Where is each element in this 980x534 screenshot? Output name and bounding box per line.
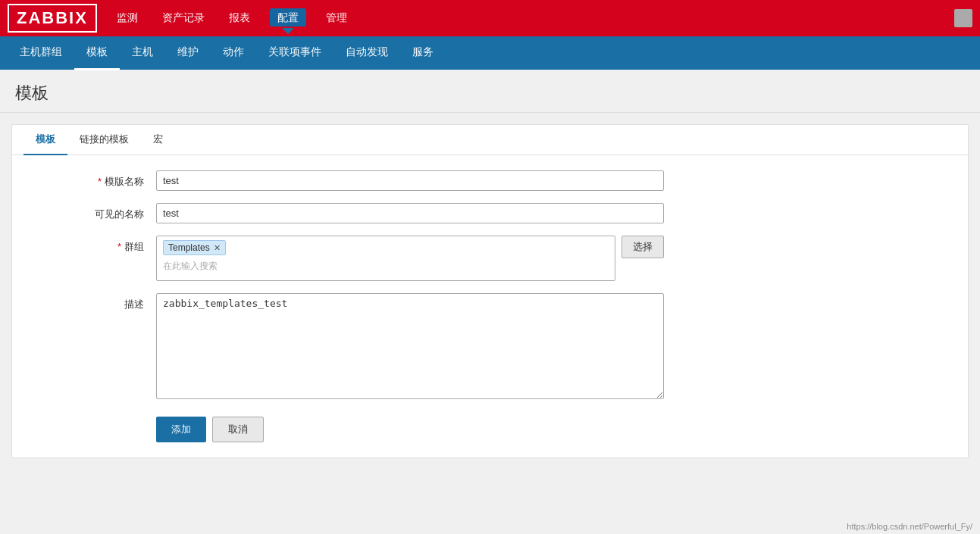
- card-tabs: 模板 链接的模板 宏: [12, 125, 968, 155]
- nav-item-admin[interactable]: 管理: [321, 11, 352, 25]
- visible-name-row: 可见的名称: [35, 203, 945, 223]
- cancel-button[interactable]: 取消: [212, 417, 264, 442]
- group-search-placeholder: 在此输入搜索: [163, 260, 609, 273]
- form-actions: 添加 取消: [35, 417, 945, 442]
- add-button[interactable]: 添加: [156, 417, 206, 442]
- group-field-wrapper: Templates ✕ 在此输入搜索 选择: [156, 236, 664, 281]
- description-label: 描述: [35, 293, 156, 311]
- user-avatar[interactable]: [954, 9, 972, 27]
- visible-name-label: 可见的名称: [35, 203, 156, 221]
- nav-item-reports[interactable]: 报表: [224, 11, 255, 25]
- subnav-correlations[interactable]: 关联项事件: [256, 36, 333, 70]
- description-row: 描述 zabbix_templates_test: [35, 293, 945, 401]
- group-tag-close[interactable]: ✕: [214, 243, 221, 253]
- top-navbar: ZABBIX 监测 资产记录 报表 配置 管理: [0, 0, 980, 36]
- subnav-actions[interactable]: 动作: [211, 36, 256, 70]
- form-body: *模版名称 可见的名称 *群组: [12, 155, 968, 457]
- template-name-input[interactable]: [156, 170, 664, 191]
- page-content: 模板 模板 链接的模板 宏 *模版名称 可见的名称: [0, 70, 980, 458]
- group-row: *群组 Templates ✕ 在此输入搜索 选择: [35, 236, 945, 281]
- visible-name-input[interactable]: [156, 203, 664, 223]
- group-label: *群组: [35, 236, 156, 254]
- tab-macros[interactable]: 宏: [141, 125, 175, 155]
- required-star: *: [98, 176, 102, 187]
- description-control: zabbix_templates_test: [156, 293, 664, 401]
- subnav-discovery[interactable]: 自动发现: [333, 36, 400, 70]
- group-input-area[interactable]: Templates ✕ 在此输入搜索: [156, 236, 615, 281]
- subnav-hostgroup[interactable]: 主机群组: [8, 36, 74, 70]
- subnav-services[interactable]: 服务: [400, 36, 446, 70]
- tab-template[interactable]: 模板: [23, 125, 67, 155]
- sub-nav-links: 主机群组 模板 主机 维护 动作 关联项事件 自动发现 服务: [8, 36, 446, 70]
- subnav-hosts[interactable]: 主机: [120, 36, 165, 70]
- page-title: 模板: [15, 82, 965, 105]
- zabbix-logo: ZABBIX: [8, 4, 97, 33]
- subnav-maintenance[interactable]: 维护: [165, 36, 211, 70]
- group-select-button[interactable]: 选择: [622, 236, 664, 258]
- visible-name-control: [156, 203, 664, 223]
- group-tag-templates: Templates ✕: [163, 240, 226, 255]
- top-nav-links: 监测 资产记录 报表 配置 管理: [112, 11, 352, 25]
- page-header: 模板: [0, 70, 980, 113]
- subnav-templates[interactable]: 模板: [74, 36, 120, 70]
- nav-item-assets[interactable]: 资产记录: [158, 11, 209, 25]
- nav-item-monitor[interactable]: 监测: [112, 11, 142, 25]
- description-textarea[interactable]: zabbix_templates_test: [156, 293, 664, 399]
- template-name-control: [156, 170, 664, 191]
- template-name-label: *模版名称: [35, 170, 156, 189]
- nav-item-config[interactable]: 配置: [270, 11, 306, 25]
- sub-navbar: 主机群组 模板 主机 维护 动作 关联项事件 自动发现 服务: [0, 36, 980, 70]
- group-tag-label: Templates: [168, 242, 210, 253]
- template-name-row: *模版名称: [35, 170, 945, 191]
- main-card: 模板 链接的模板 宏 *模版名称 可见的名称: [11, 124, 969, 458]
- group-required-star: *: [117, 241, 121, 252]
- tab-linked-templates[interactable]: 链接的模板: [67, 125, 141, 155]
